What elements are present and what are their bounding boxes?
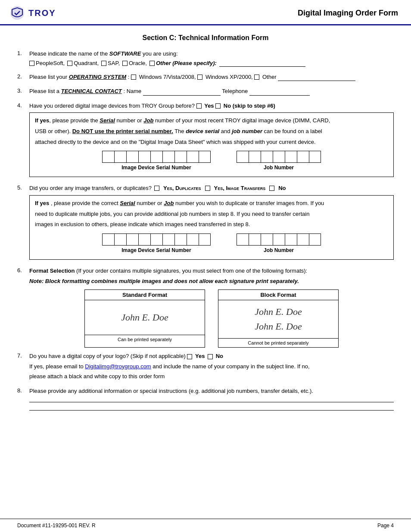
q5-sc-8[interactable] <box>187 233 199 246</box>
q5-info-line1a: , please provide the correct <box>51 200 120 206</box>
q3-telephone-field[interactable] <box>249 89 310 96</box>
q5-sc-1[interactable] <box>102 233 114 246</box>
q4-sc-3[interactable] <box>126 151 138 163</box>
q8-text: Please provide any additional informatio… <box>29 387 394 395</box>
q4-sc-7[interactable] <box>174 151 187 163</box>
q5-cb-transfer[interactable] <box>205 186 210 191</box>
q5-cb-no[interactable] <box>269 186 274 191</box>
q4-sc-4[interactable] <box>138 151 150 163</box>
q2-label-os: OPERATING SYSTEM <box>69 74 126 80</box>
q7-label-no: No <box>216 353 223 359</box>
q4-jc-1[interactable] <box>237 151 249 163</box>
footer: Document #11-19295-001 REV. R Page 4 <box>0 519 411 532</box>
q1-cb-sap[interactable] <box>101 61 106 66</box>
q5-jc-1[interactable] <box>237 233 249 246</box>
q7-detail1-after: and include the name of your company in … <box>153 363 309 370</box>
troy-logo-icon <box>9 5 26 21</box>
q5-info-line2: need to duplicate multiple jobs, you can… <box>35 210 388 219</box>
q8-line1 <box>29 402 394 402</box>
q5-sc-2[interactable] <box>114 233 126 246</box>
q1-num: 1. <box>17 50 29 56</box>
q1-label-quadrant: Quadrant, <box>74 60 99 66</box>
q1-option-sap: SAP, <box>101 60 120 66</box>
q5-sc-6[interactable] <box>162 233 174 246</box>
q6-body: Format Selection (If your order contains… <box>29 267 394 348</box>
q4-info-line1: If yes, please provide the Serial number… <box>35 116 388 125</box>
q1-other-field[interactable] <box>219 60 305 67</box>
q4-info-line2a: USB or other). <box>35 128 72 134</box>
q1-cb-oracle[interactable] <box>122 61 128 66</box>
q4-jc-5[interactable] <box>285 151 297 163</box>
q7-cb-no[interactable] <box>208 354 213 359</box>
q1-cb-peoplesoft[interactable] <box>29 61 34 66</box>
q4-info-rest1: number of your most recent TROY digital … <box>155 117 330 124</box>
q4-jc-7[interactable] <box>309 151 321 163</box>
q7-text: Do you have a digital copy of your logo?… <box>29 352 394 361</box>
q1-text-after: you are using: <box>143 50 178 57</box>
q4-sc-2[interactable] <box>114 151 126 163</box>
q2-cb-other[interactable] <box>254 75 259 80</box>
q4-jc-4[interactable] <box>273 151 285 163</box>
q5-sc-5[interactable] <box>150 233 162 246</box>
q2-body: Please list your OPERATING SYSTEM : Wind… <box>29 73 394 83</box>
q1-cb-other[interactable] <box>149 61 155 66</box>
q8-line2 <box>29 410 394 411</box>
q5-serial-label: Image Device Serial Number <box>121 247 191 253</box>
q6-block-body: John E. Doe John E. Doe <box>218 300 338 338</box>
q4-sc-1[interactable] <box>102 151 114 163</box>
q5-job-label: Job Number <box>264 247 294 253</box>
q5-jc-7[interactable] <box>309 233 321 246</box>
q4-sc-6[interactable] <box>162 151 174 163</box>
q6-note-text: Note: Block formatting combines multiple… <box>29 278 299 284</box>
q6-block-sig2: John E. Doe <box>255 321 302 332</box>
q5-sc-4[interactable] <box>138 233 150 246</box>
q5-cb-dup[interactable] <box>154 186 159 191</box>
q5-sc-3[interactable] <box>126 233 138 246</box>
q4-cb-no[interactable] <box>215 103 221 109</box>
q2-other-field[interactable] <box>278 74 355 81</box>
q5-or: number or <box>137 200 164 206</box>
q4-info-line2: USB or other). Do NOT use the printer se… <box>35 127 388 136</box>
q4-jc-2[interactable] <box>249 151 261 163</box>
q4-cb-yes[interactable] <box>196 103 202 109</box>
q4-sc-8[interactable] <box>187 151 199 163</box>
q5-jc-3[interactable] <box>261 233 273 246</box>
q1-cb-quadrant[interactable] <box>67 61 72 66</box>
q4-info-line3: attached directly to the device and on t… <box>35 138 388 147</box>
q6-num: 6. <box>17 267 29 274</box>
q7-cb-yes[interactable] <box>187 354 192 359</box>
q3-name-field[interactable] <box>143 89 221 96</box>
q5-sc-9[interactable] <box>199 233 211 246</box>
logo-text: TROY <box>28 8 56 18</box>
q4-donot: Do NOT use the printer serial number. <box>72 128 173 134</box>
q2-cb-winxp[interactable] <box>197 75 202 80</box>
q4-sc-9[interactable] <box>199 151 211 163</box>
q5-jc-4[interactable] <box>273 233 285 246</box>
q4-info-line2b: The <box>174 128 186 134</box>
q3-body: Please list a TECHNICAL CONTACT : Name T… <box>29 87 394 97</box>
q5-jc-5[interactable] <box>285 233 297 246</box>
q6-block-footer: Cannot be printed separately <box>218 338 338 347</box>
q4-device-serial: device serial <box>186 128 219 134</box>
q1-text-before: Please indicate the name of the <box>29 50 109 57</box>
q7-email-link[interactable]: Digitalimg@troygroup.com <box>85 363 151 370</box>
q5-sc-7[interactable] <box>174 233 187 246</box>
q7-body: Do you have a digital copy of your logo?… <box>29 352 394 383</box>
q4-jc-6[interactable] <box>297 151 309 163</box>
question-4: 4. Have you ordered digital image device… <box>17 102 394 180</box>
q1-label-oracle: Oracle, <box>129 60 147 66</box>
q6-standard-footer: Can be printed separately <box>85 335 205 344</box>
content: Section C: Technical Information Form 1.… <box>0 25 411 519</box>
q2-text: Please list your OPERATING SYSTEM : Wind… <box>29 73 394 81</box>
q4-label-yes: Yes <box>204 103 215 109</box>
q5-jc-6[interactable] <box>297 233 309 246</box>
q1-label-peoplesoft: PeopleSoft, <box>36 60 65 66</box>
q2-cb-win7[interactable] <box>131 75 136 80</box>
q4-sc-5[interactable] <box>150 151 162 163</box>
q1-option-other: Other (Please specify): <box>149 60 217 66</box>
q8-answer-lines <box>29 402 394 411</box>
q4-jc-3[interactable] <box>261 151 273 163</box>
q4-serial-label-inline: Serial <box>100 117 115 124</box>
q5-jc-2[interactable] <box>249 233 261 246</box>
q4-serial-cells <box>102 151 211 163</box>
